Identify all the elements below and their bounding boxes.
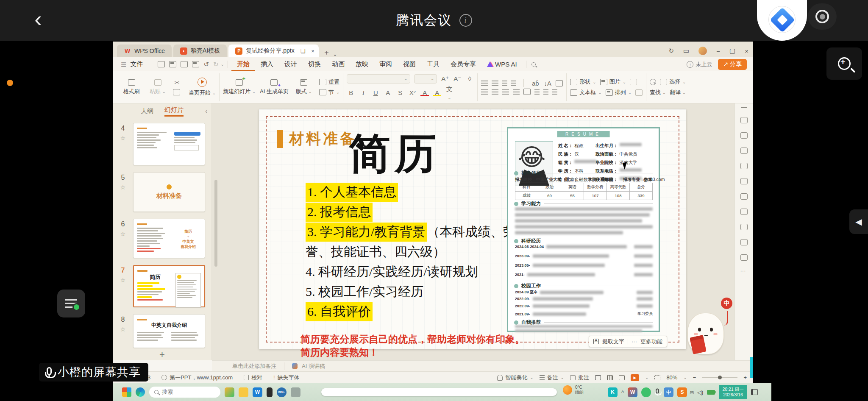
menu-file[interactable]: 文件: [128, 57, 148, 71]
menu-视图[interactable]: 视图: [398, 57, 421, 71]
tray-app-s[interactable]: S: [677, 387, 687, 397]
resume-image[interactable]: RESUME 😂 姓 名：程政民 族：汉籍 贯：学 历：本科专 业：金融数学出生…: [507, 127, 660, 332]
taskbar-search[interactable]: 搜索: [149, 387, 220, 398]
info-icon[interactable]: i: [459, 14, 472, 27]
slide-title[interactable]: 简历: [349, 126, 440, 182]
arrange-button[interactable]: 排列⌄: [606, 89, 632, 96]
char-spacing-icon[interactable]: ab̄: [531, 80, 540, 87]
new-slide-button[interactable]: 新建幻灯片 ⌄: [223, 79, 256, 95]
format-glyph-A[interactable]: A: [384, 89, 392, 96]
history-chevron-icon[interactable]: ⌄: [221, 62, 224, 67]
share-button[interactable]: ↗ 分享: [718, 59, 747, 70]
favorite-star-icon[interactable]: ☆: [120, 326, 126, 333]
distribute-icon[interactable]: [552, 89, 557, 95]
battery-icon[interactable]: [707, 390, 715, 395]
format-glyph-S[interactable]: S: [396, 89, 404, 96]
record-button[interactable]: [808, 3, 837, 30]
panel-tool-icon-4[interactable]: [740, 163, 748, 169]
minimize-icon[interactable]: −: [716, 47, 720, 55]
slide-list-textbox[interactable]: 1. 个人基本信息2. 报考信息3. 学习能力/教育背景（本科成绩、荣誉、技能证…: [306, 182, 516, 322]
template-source[interactable]: 第一PPT，www.1ppt.com: [161, 374, 233, 382]
tab-slides[interactable]: 幻灯片: [164, 106, 184, 117]
ribbon-search-icon[interactable]: [531, 62, 536, 67]
slide-thumbnail-5[interactable]: 材料准备: [133, 172, 205, 212]
slide-thumbnail-8[interactable]: 中英文自我介绍: [133, 314, 205, 348]
tab-current-pptx[interactable]: P 复试经验分享.pptx ❏ ×: [228, 45, 319, 57]
find-button[interactable]: 查找 ⌄: [650, 89, 666, 96]
line-spacing-icon[interactable]: [534, 89, 540, 95]
menu-审阅[interactable]: 审阅: [374, 57, 398, 71]
dell-icon[interactable]: DELL: [277, 387, 287, 397]
font-name-select[interactable]: ⌄: [347, 74, 410, 84]
increase-indent-icon[interactable]: [511, 81, 516, 86]
align-left-icon[interactable]: [481, 89, 488, 95]
zoom-level[interactable]: 80%: [666, 374, 677, 381]
number-list-icon[interactable]: [492, 81, 498, 86]
panel-tool-icon-9[interactable]: [740, 239, 748, 245]
reset-button[interactable]: 重置: [319, 78, 339, 86]
zoom-in-button[interactable]: [826, 47, 862, 80]
browser-icon[interactable]: [136, 387, 145, 397]
folder-icon-2[interactable]: [291, 387, 300, 397]
menu-插入[interactable]: 插入: [255, 57, 279, 71]
format-glyph-B[interactable]: B: [347, 89, 355, 96]
menu-动画[interactable]: 动画: [326, 57, 350, 71]
slideshow-play-icon[interactable]: ▶: [631, 374, 639, 381]
format-glyph-I[interactable]: I: [359, 89, 367, 97]
highlight-color-icon[interactable]: A: [433, 89, 441, 96]
undo-icon[interactable]: ↺: [203, 61, 209, 68]
tab-list-chevron-icon[interactable]: ⌄: [333, 51, 337, 57]
notes-placeholder[interactable]: 单击此处添加备注: [232, 362, 276, 370]
text-direction-icon[interactable]: [556, 80, 563, 86]
save-icon[interactable]: [158, 61, 165, 67]
clear-format-icon[interactable]: ◊: [465, 75, 474, 82]
text-sort-icon[interactable]: ↓A: [543, 80, 552, 87]
panel-tool-icon-10[interactable]: [740, 254, 748, 261]
decrease-indent-icon[interactable]: [502, 81, 507, 86]
chart-icon[interactable]: [630, 79, 637, 85]
tab-outline[interactable]: 大纲: [141, 107, 153, 115]
wifi-icon[interactable]: (((: [690, 391, 694, 393]
tab-comment-icon[interactable]: ❏: [300, 48, 306, 54]
fit-screen-icon[interactable]: [654, 375, 660, 380]
panel-tool-icon-2[interactable]: [740, 132, 748, 139]
zoom-out-icon[interactable]: −: [693, 374, 696, 381]
menu-会员专享[interactable]: 会员专享: [445, 57, 481, 71]
align-center-icon[interactable]: [492, 89, 498, 95]
menu-切换[interactable]: 切换: [303, 57, 326, 71]
app-icon-w[interactable]: W: [253, 387, 262, 397]
editor-canvas[interactable]: 材料准备 简历 1. 个人基本信息2. 报考信息3. 学习能力/教育背景（本科成…: [212, 103, 734, 360]
slide-page[interactable]: 材料准备 简历 1. 个人基本信息2. 报考信息3. 学习能力/教育背景（本科成…: [259, 109, 686, 349]
panel-more-icon[interactable]: ···: [740, 270, 748, 274]
extract-text-button[interactable]: 提取文字: [602, 338, 624, 345]
new-tab-icon[interactable]: ＋: [323, 47, 330, 57]
taskbar-weather[interactable]: 0°C晴朗: [563, 385, 584, 395]
slide-thumbnail-7[interactable]: 简历: [133, 265, 205, 307]
app-icon-1[interactable]: [225, 387, 234, 397]
panel-tool-icon-1[interactable]: [740, 117, 748, 123]
ai-generate-page-button[interactable]: AI 生成单页: [260, 79, 289, 95]
play-from-page-button[interactable]: 当页开始 ⌄: [189, 78, 216, 97]
slide-thumbnail-4[interactable]: [133, 123, 205, 165]
folder-icon[interactable]: [239, 387, 248, 397]
tab-close-icon[interactable]: ×: [311, 48, 314, 54]
avatar[interactable]: [698, 47, 707, 55]
cloud-status[interactable]: ↑ 未上云: [687, 61, 712, 68]
paste-button[interactable]: 粘贴 ⌄: [147, 79, 169, 95]
side-collapse-handle[interactable]: ◀: [849, 209, 868, 234]
slide-section-header[interactable]: 材料准备: [277, 129, 357, 149]
menu-工具[interactable]: 工具: [421, 57, 445, 71]
translate-button[interactable]: 翻译 ⌄: [670, 89, 686, 96]
cut-icon[interactable]: ✂: [173, 79, 181, 86]
menu-设计[interactable]: 设计: [279, 57, 303, 71]
menu-放映[interactable]: 放映: [350, 57, 374, 71]
panel-tool-icon-8[interactable]: [740, 224, 748, 230]
comment-button[interactable]: 批注: [570, 374, 589, 382]
panel-tool-icon-0[interactable]: [741, 107, 747, 108]
tray-green-icon[interactable]: [641, 387, 651, 397]
panel-tool-icon-3[interactable]: [740, 148, 748, 154]
increase-font-icon[interactable]: A⁺: [441, 75, 449, 83]
columns-icon[interactable]: [523, 89, 531, 95]
zoom-in-icon[interactable]: +: [743, 374, 747, 381]
panel-collapse-icon[interactable]: ‹: [205, 108, 207, 114]
